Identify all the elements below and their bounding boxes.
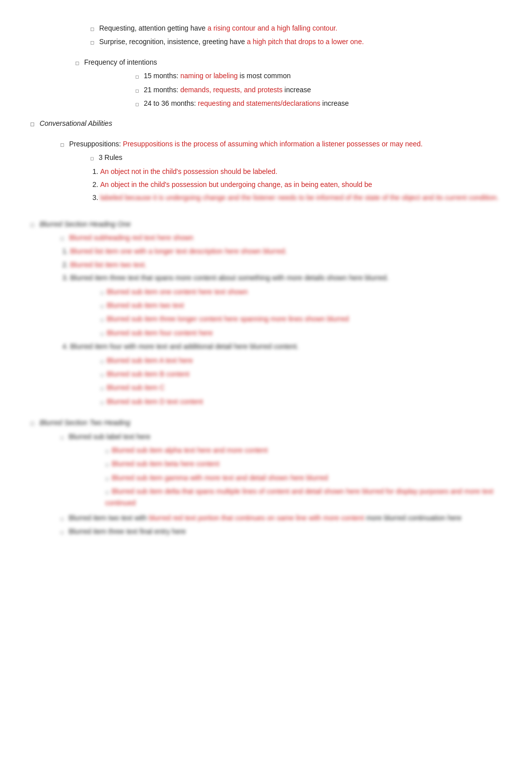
presup-bullet-icon — [60, 140, 67, 148]
conversational-heading: Conversational Abilities — [40, 119, 112, 127]
rules-bullet-icon — [90, 153, 97, 161]
rule-3-blurred: labeled because it is undergoing change … — [100, 192, 502, 203]
blurred-section-2: ◻ Blurred Section Two Heading Blurred su… — [30, 417, 502, 537]
blurred-heading-2: ◻ Blurred Section Two Heading — [30, 417, 502, 428]
conversational-heading-line: ◻ Conversational Abilities — [30, 118, 502, 129]
rules-list: An object not in the child's possession … — [100, 166, 502, 204]
freq-24-red: requesting and statements/declarations — [198, 99, 320, 107]
freq-item-15: 15 months: naming or labeling is most co… — [135, 70, 502, 81]
presup-label: Presuppositions: — [69, 140, 121, 148]
freq-21-month: 21 months: — [144, 86, 178, 94]
freq-item-24: 24 to 36 months: requesting and statemen… — [135, 98, 502, 109]
frequency-heading: Frequency of intentions — [75, 57, 502, 68]
bullet-surprise: Surprise, recognition, insistence, greet… — [90, 36, 502, 47]
freq-24-month: 24 to 36 months: — [144, 99, 198, 107]
rule-2-text: An object in the child's possession but … — [100, 180, 372, 188]
freq-24-rest: increase — [322, 99, 349, 107]
three-rules-section: 3 Rules An object not in the child's pos… — [90, 152, 502, 204]
conversational-section: ◻ Conversational Abilities Presuppositio… — [30, 118, 502, 203]
rule-1: An object not in the child's possession … — [100, 166, 502, 177]
freq-15-month: 15 months: — [144, 72, 178, 80]
bullet-icon — [90, 24, 97, 32]
freq-15-red: naming or labeling — [180, 72, 237, 80]
frequency-section: Frequency of intentions 15 months: namin… — [75, 57, 502, 109]
rule-1-text: An object not in the child's possession … — [100, 167, 278, 175]
sub-bullet-icon-2 — [135, 86, 142, 94]
frequency-items: 15 months: naming or labeling is most co… — [135, 70, 502, 109]
sub-bullet-icon — [135, 72, 142, 80]
freq-15-rest: is most common — [239, 72, 291, 80]
conv-bullet-icon: ◻ — [30, 121, 35, 127]
top-bullets-container: Requesting, attention getting have a ris… — [90, 23, 502, 48]
blurred-heading-1: ◻ Blurred Section Heading One — [30, 219, 502, 230]
presuppositions-section: Presuppositions: Presuppositions is the … — [60, 138, 502, 204]
blurred-sub-1: Blurred subheading red text here shown B… — [60, 232, 502, 407]
rule-2: An object in the child's possession but … — [100, 179, 502, 190]
presuppositions-line: Presuppositions: Presuppositions is the … — [60, 138, 502, 149]
blurred-section-1: ◻ Blurred Section Heading One Blurred su… — [30, 219, 502, 407]
blurred-sub-2: Blurred sub label text here Blurred sub … — [60, 431, 502, 537]
presup-red-text: Presuppositions is the process of assumi… — [123, 140, 422, 148]
bullet-icon-2 — [90, 38, 97, 46]
requesting-text-black: Requesting, attention getting have — [99, 24, 206, 32]
rules-label: 3 Rules — [99, 153, 122, 161]
surprise-text-black: Surprise, recognition, insistence, greet… — [99, 38, 245, 46]
surprise-text-red: a high pitch that drops to a lower one. — [247, 38, 364, 46]
freq-21-rest: increase — [285, 86, 311, 94]
requesting-text-red: a rising contour and a high falling cont… — [207, 24, 337, 32]
bullet-requesting: Requesting, attention getting have a ris… — [90, 23, 502, 34]
freq-21-red: demands, requests, and protests — [180, 86, 283, 94]
three-rules-heading: 3 Rules — [90, 152, 502, 163]
sub-bullet-icon-3 — [135, 99, 142, 107]
frequency-bullet-icon — [75, 58, 82, 66]
freq-item-21: 21 months: demands, requests, and protes… — [135, 84, 502, 95]
rule-3-text-blurred: labeled because it is undergoing change … — [100, 193, 498, 202]
